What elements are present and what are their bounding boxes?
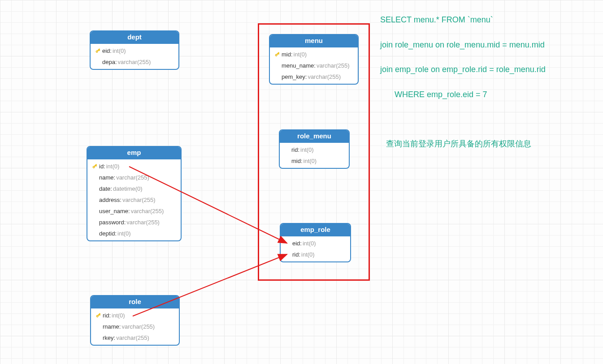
field-type: int(0) (113, 46, 126, 56)
field-name: deptid: (99, 229, 117, 238)
field-type: varchar(255) (118, 57, 151, 67)
field-row: rid: int(0) (91, 310, 179, 321)
field-row: user_name: varchar(255) (87, 206, 181, 217)
field-type: int(0) (117, 229, 131, 238)
field-row: rkey: varchar(255) (91, 332, 179, 343)
field-name: rid: (291, 145, 299, 154)
field-row: rid: int(0) (281, 249, 350, 260)
field-type: varchar(255) (308, 72, 341, 81)
sql-line-2: join role_menu on role_menu.mid = menu.m… (380, 40, 545, 50)
key-icon (95, 313, 102, 319)
entity-menu-body: mid: int(0)menu_name: varchar(255)pem_ke… (270, 47, 358, 84)
field-row: mid: int(0) (280, 155, 349, 167)
sql-comment: 查询当前登录用户所具备的所有权限信息 (386, 139, 531, 149)
field-name: rkey: (103, 333, 115, 343)
sql-line-4: WHERE emp_role.eid = 7 (395, 90, 487, 100)
field-type: varchar(255) (317, 61, 350, 70)
key-slot (91, 163, 99, 170)
entity-dept-body: eid: int(0)depa: varchar(255) (91, 44, 178, 69)
entity-dept-title: dept (91, 31, 178, 44)
entity-emp-role[interactable]: emp_role eid: int(0)rid: int(0) (280, 223, 351, 262)
field-row: eid: int(0) (91, 45, 178, 56)
field-type: int(0) (106, 162, 120, 171)
entity-role-body: rid: int(0)rname: varchar(255)rkey: varc… (91, 308, 179, 345)
field-row: deptid: int(0) (87, 228, 181, 239)
field-name: user_name: (99, 206, 130, 216)
field-name: eid: (292, 239, 302, 248)
field-name: rname: (103, 322, 121, 331)
field-name: depa: (102, 57, 117, 67)
key-icon (95, 48, 101, 54)
field-type: int(0) (300, 145, 314, 154)
field-type: varchar(255) (122, 195, 156, 205)
field-type: varchar(255) (116, 333, 149, 343)
key-slot (273, 51, 282, 58)
field-name: rid: (103, 311, 111, 320)
field-type: varchar(255) (126, 218, 160, 227)
entity-menu[interactable]: menu mid: int(0)menu_name: varchar(255)p… (269, 34, 359, 85)
sql-line-1: SELECT menu.* FROM `menu` (380, 15, 493, 25)
entity-role-menu-title: role_menu (280, 130, 349, 143)
entity-role[interactable]: role rid: int(0)rname: varchar(255)rkey:… (90, 295, 180, 346)
field-name: date: (99, 184, 112, 193)
entity-role-menu[interactable]: role_menu rid: int(0)mid: int(0) (279, 129, 350, 169)
field-type: varchar(255) (131, 206, 164, 216)
key-slot (95, 313, 103, 319)
entity-emp[interactable]: emp id: int(0)name: varchar(255)date: da… (87, 146, 182, 241)
field-row: mid: int(0) (270, 49, 358, 60)
field-name: menu_name: (282, 61, 316, 70)
field-name: id: (99, 162, 105, 171)
key-icon (92, 163, 98, 170)
field-name: address: (99, 195, 121, 205)
field-type: int(0) (304, 156, 317, 166)
entity-role-title: role (91, 296, 179, 308)
field-type: int(0) (301, 250, 315, 259)
field-name: mid: (282, 50, 293, 59)
field-type: int(0) (303, 239, 316, 248)
field-name: mid: (291, 156, 303, 166)
field-name: eid: (102, 46, 112, 56)
field-row: rid: int(0) (280, 144, 349, 155)
field-row: menu_name: varchar(255) (270, 60, 358, 71)
sql-line-3: join emp_role on emp_role.rid = role_men… (380, 64, 546, 75)
field-type: datetime(0) (113, 184, 143, 193)
field-row: eid: int(0) (281, 238, 350, 249)
field-row: name: varchar(255) (87, 172, 181, 183)
entity-role-menu-body: rid: int(0)mid: int(0) (280, 143, 349, 168)
entity-emp-title: emp (87, 147, 181, 159)
entity-emp-role-title: emp_role (281, 224, 350, 236)
entity-menu-title: menu (270, 35, 358, 47)
entity-emp-body: id: int(0)name: varchar(255)date: dateti… (87, 159, 181, 240)
field-name: rid: (292, 250, 300, 259)
field-name: password: (99, 218, 126, 227)
field-row: rname: varchar(255) (91, 321, 179, 332)
field-row: password: varchar(255) (87, 217, 181, 228)
field-row: pem_key: varchar(255) (270, 71, 358, 82)
field-type: int(0) (112, 311, 125, 320)
key-slot (94, 48, 102, 54)
field-type: int(0) (294, 50, 307, 59)
field-row: depa: varchar(255) (91, 56, 178, 68)
field-row: date: datetime(0) (87, 183, 181, 194)
field-row: id: int(0) (87, 161, 181, 172)
field-type: varchar(255) (121, 322, 155, 331)
key-icon (274, 51, 281, 58)
entity-emp-role-body: eid: int(0)rid: int(0) (281, 236, 350, 261)
field-row: address: varchar(255) (87, 194, 181, 206)
entity-dept[interactable]: dept eid: int(0)depa: varchar(255) (90, 30, 179, 70)
field-type: varchar(255) (116, 173, 149, 182)
field-name: pem_key: (282, 72, 307, 81)
field-name: name: (99, 173, 115, 182)
